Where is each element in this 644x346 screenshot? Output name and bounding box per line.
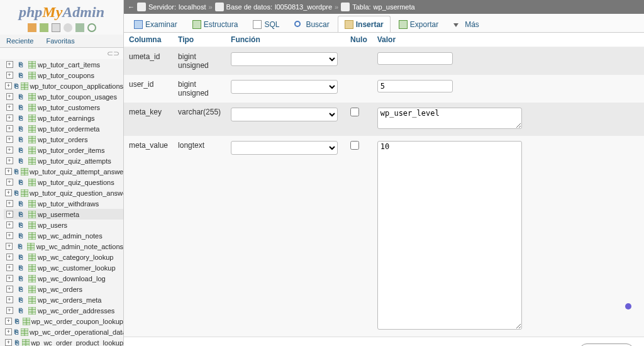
- link-icon[interactable]: ⎘: [16, 242, 24, 251]
- expand-icon[interactable]: +: [5, 92, 14, 101]
- tree-item-wp_tutor_quiz_attempts[interactable]: +⎘wp_tutor_quiz_attempts: [4, 155, 123, 166]
- tree-item-wp_wc_orders_meta[interactable]: +⎘wp_wc_orders_meta: [4, 294, 123, 305]
- expand-icon[interactable]: +: [5, 114, 14, 123]
- expand-icon[interactable]: +: [5, 178, 14, 187]
- expand-icon[interactable]: +: [5, 146, 14, 155]
- expand-icon[interactable]: +: [5, 189, 12, 198]
- db-icon[interactable]: [64, 23, 72, 32]
- expand-icon[interactable]: +: [5, 274, 14, 283]
- value-input[interactable]: [377, 52, 453, 65]
- link-icon[interactable]: ⎘: [14, 189, 18, 198]
- link-icon[interactable]: ⎘: [16, 71, 25, 80]
- tree-item-wp_wc_admin_note_actions[interactable]: +⎘wp_wc_admin_note_actions: [4, 241, 123, 252]
- back-button[interactable]: ←: [128, 3, 135, 11]
- link-icon[interactable]: ⎘: [16, 146, 25, 155]
- tree-item-wp_tutor_ordermeta[interactable]: +⎘wp_tutor_ordermeta: [4, 123, 123, 134]
- link-icon[interactable]: ⎘: [16, 306, 25, 315]
- link-icon[interactable]: ⎘: [14, 317, 20, 326]
- link-icon[interactable]: ⎘: [16, 253, 25, 262]
- expand-icon[interactable]: +: [5, 157, 14, 165]
- tree-item-wp_wc_order_coupon_lookup[interactable]: +⎘wp_wc_order_coupon_lookup: [4, 316, 123, 326]
- link-icon[interactable]: ⎘: [16, 157, 25, 165]
- settings-icon[interactable]: [75, 23, 84, 32]
- link-icon[interactable]: ⎘: [16, 114, 25, 123]
- expand-icon[interactable]: +: [5, 60, 14, 69]
- exit-icon[interactable]: [40, 23, 48, 32]
- tree-item-wp_users[interactable]: +⎘wp_users: [4, 220, 123, 230]
- expand-icon[interactable]: +: [5, 328, 12, 337]
- assistant-dot-icon[interactable]: [625, 303, 631, 310]
- expand-icon[interactable]: +: [5, 125, 14, 133]
- expand-icon[interactable]: +: [5, 221, 14, 230]
- expand-icon[interactable]: +: [5, 82, 12, 91]
- tree-item-wp_tutor_coupon_usages[interactable]: +⎘wp_tutor_coupon_usages: [4, 91, 123, 102]
- docs-icon[interactable]: [52, 23, 60, 32]
- value-textarea[interactable]: wp_user_level: [377, 108, 522, 129]
- expand-icon[interactable]: +: [5, 285, 14, 294]
- tree-item-wp_wc_order_addresses[interactable]: +⎘wp_wc_order_addresses: [4, 305, 123, 316]
- link-icon[interactable]: ⎘: [16, 274, 25, 283]
- value-textarea[interactable]: 10: [377, 141, 522, 330]
- expand-icon[interactable]: +: [5, 306, 14, 315]
- reload-icon[interactable]: [87, 23, 96, 32]
- expand-icon[interactable]: +: [5, 242, 13, 251]
- tree-item-wp_tutor_coupon_applications[interactable]: +⎘wp_tutor_coupon_applications: [4, 81, 123, 91]
- link-icon[interactable]: ⎘: [16, 285, 25, 294]
- link-icon[interactable]: ⎘: [16, 296, 25, 304]
- expand-icon[interactable]: +: [5, 71, 14, 80]
- link-icon[interactable]: ⎘: [16, 221, 25, 230]
- link-icon[interactable]: ⎘: [16, 264, 25, 272]
- tree-item-wp_tutor_quiz_attempt_answers[interactable]: +⎘wp_tutor_quiz_attempt_answers: [4, 166, 123, 177]
- tree-item-wp_usermeta[interactable]: +⎘wp_usermeta: [4, 209, 123, 220]
- expand-icon[interactable]: +: [5, 338, 12, 347]
- tree-item-wp_wc_admin_notes[interactable]: +⎘wp_wc_admin_notes: [4, 230, 123, 241]
- function-select[interactable]: [231, 80, 338, 94]
- tab-favorites[interactable]: Favoritas: [40, 35, 80, 47]
- link-icon[interactable]: ⎘: [14, 338, 19, 347]
- tab-recent[interactable]: Reciente: [0, 35, 40, 47]
- tree-item-wp_wc_download_log[interactable]: +⎘wp_wc_download_log: [4, 273, 123, 284]
- continue-button[interactable]: Continuar: [579, 343, 634, 346]
- expand-icon[interactable]: +: [5, 135, 14, 144]
- link-icon[interactable]: ⎘: [16, 232, 25, 240]
- function-select[interactable]: [231, 108, 338, 121]
- link-icon[interactable]: ⎘: [14, 82, 18, 91]
- tree-item-wp_tutor_customers[interactable]: +⎘wp_tutor_customers: [4, 102, 123, 113]
- tree-item-wp_wc_order_product_lookup[interactable]: +⎘wp_wc_order_product_lookup: [4, 337, 123, 346]
- expand-icon[interactable]: +: [5, 232, 14, 240]
- tree-item-wp_wc_customer_lookup[interactable]: +⎘wp_wc_customer_lookup: [4, 262, 123, 273]
- tree-item-wp_wc_category_lookup[interactable]: +⎘wp_wc_category_lookup: [4, 252, 123, 262]
- expand-icon[interactable]: +: [5, 264, 14, 272]
- function-select[interactable]: [231, 141, 338, 155]
- server-value[interactable]: localhost: [179, 3, 206, 11]
- link-icon[interactable]: ⎘: [16, 135, 25, 144]
- tree-item-wp_wc_order_operational_data[interactable]: +⎘wp_wc_order_operational_data: [4, 326, 123, 337]
- expand-icon[interactable]: +: [5, 210, 14, 219]
- tree-item-wp_tutor_quiz_question_answers[interactable]: +⎘wp_tutor_quiz_question_answers: [4, 187, 123, 198]
- value-input[interactable]: [377, 80, 453, 92]
- tab-estructura[interactable]: Estructura: [186, 16, 245, 32]
- home-icon[interactable]: [28, 23, 36, 32]
- expand-icon[interactable]: +: [5, 317, 12, 326]
- link-icon[interactable]: ⎘: [16, 60, 25, 69]
- tree-item-wp_tutor_order_items[interactable]: +⎘wp_tutor_order_items: [4, 145, 123, 155]
- tree-item-wp_tutor_quiz_questions[interactable]: +⎘wp_tutor_quiz_questions: [4, 177, 123, 187]
- db-tree[interactable]: +⎘wp_tutor_cart_items+⎘wp_tutor_coupons+…: [0, 59, 123, 346]
- tab-mas[interactable]: Más: [447, 16, 486, 32]
- db-value[interactable]: l0050813_wordpre: [275, 3, 332, 11]
- tree-item-wp_wc_orders[interactable]: +⎘wp_wc_orders: [4, 284, 123, 294]
- function-select[interactable]: [231, 52, 338, 66]
- expand-icon[interactable]: +: [5, 167, 12, 176]
- link-icon[interactable]: ⎘: [16, 125, 25, 133]
- expand-icon[interactable]: +: [5, 296, 14, 304]
- tab-buscar[interactable]: Buscar: [287, 16, 336, 32]
- tab-insertar[interactable]: Insertar: [338, 16, 391, 32]
- tree-item-wp_tutor_coupons[interactable]: +⎘wp_tutor_coupons: [4, 70, 123, 81]
- expand-icon[interactable]: +: [5, 253, 14, 262]
- logo[interactable]: phpMyAdmin: [0, 0, 123, 23]
- link-icon[interactable]: ⎘: [16, 178, 25, 187]
- link-icon[interactable]: ⎘: [14, 328, 18, 337]
- expand-icon[interactable]: +: [5, 103, 14, 112]
- tree-item-wp_tutor_earnings[interactable]: +⎘wp_tutor_earnings: [4, 113, 123, 123]
- tree-item-wp_tutor_orders[interactable]: +⎘wp_tutor_orders: [4, 134, 123, 145]
